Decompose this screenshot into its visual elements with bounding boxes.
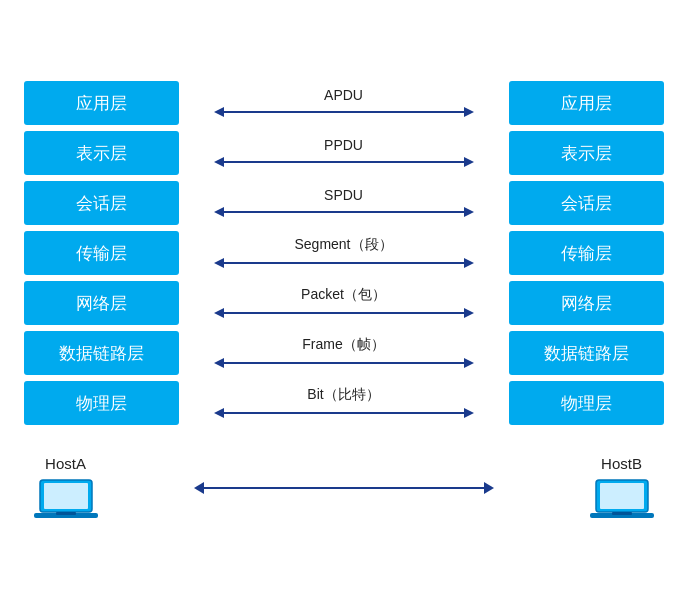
arrow-area-network: Packet（包）: [179, 281, 509, 325]
svg-rect-22: [44, 483, 88, 509]
layer-left-network: 网络层: [24, 281, 179, 325]
arrow-line-network: [179, 306, 509, 320]
arrow-line-application: [179, 105, 509, 119]
svg-marker-17: [464, 358, 474, 368]
arrow-line-datalink: [179, 356, 509, 370]
arrow-label-datalink: Frame（帧）: [302, 336, 384, 354]
arrow-label-physical: Bit（比特）: [307, 386, 379, 404]
svg-marker-9: [214, 258, 224, 268]
svg-marker-15: [214, 358, 224, 368]
svg-marker-5: [464, 157, 474, 167]
svg-marker-6: [214, 207, 224, 217]
host-b-block: HostB: [590, 455, 654, 520]
layer-row-network: 网络层 Packet（包） 网络层: [24, 281, 664, 325]
svg-marker-14: [464, 308, 474, 318]
arrow-area-session: SPDU: [179, 181, 509, 225]
bottom-arrow-svg: [118, 478, 570, 498]
hosts-section: HostA HostB: [24, 455, 664, 520]
svg-marker-18: [214, 408, 224, 418]
layer-right-transport: 传输层: [509, 231, 664, 275]
arrow-line-session: [179, 205, 509, 219]
host-a-block: HostA: [34, 455, 98, 520]
svg-marker-25: [194, 482, 204, 494]
svg-marker-3: [214, 157, 224, 167]
arrow-area-physical: Bit（比特）: [179, 381, 509, 425]
host-b-label: HostB: [601, 455, 642, 472]
layer-right-presentation: 表示层: [509, 131, 664, 175]
layer-right-session: 会话层: [509, 181, 664, 225]
arrow-label-session: SPDU: [324, 187, 363, 203]
arrow-label-presentation: PPDU: [324, 137, 363, 153]
layer-row-physical: 物理层 Bit（比特） 物理层: [24, 381, 664, 425]
svg-marker-12: [214, 308, 224, 318]
svg-rect-29: [600, 483, 644, 509]
layer-left-application: 应用层: [24, 81, 179, 125]
layer-left-datalink: 数据链路层: [24, 331, 179, 375]
layer-right-application: 应用层: [509, 81, 664, 125]
layer-row-datalink: 数据链路层 Frame（帧） 数据链路层: [24, 331, 664, 375]
arrow-area-transport: Segment（段）: [179, 231, 509, 275]
laptop-b-icon: [590, 476, 654, 520]
arrow-line-transport: [179, 256, 509, 270]
layer-left-transport: 传输层: [24, 231, 179, 275]
osi-diagram: 应用层 APDU 应用层 表示层 PPDU: [14, 61, 674, 540]
svg-rect-31: [612, 512, 632, 515]
host-a-label: HostA: [45, 455, 86, 472]
arrow-label-network: Packet（包）: [301, 286, 386, 304]
arrow-label-application: APDU: [324, 87, 363, 103]
arrow-area-application: APDU: [179, 81, 509, 125]
laptop-a-icon: [34, 476, 98, 520]
layers-container: 应用层 APDU 应用层 表示层 PPDU: [24, 81, 664, 425]
layer-right-physical: 物理层: [509, 381, 664, 425]
svg-marker-11: [464, 258, 474, 268]
bottom-arrow-area: [98, 478, 590, 498]
layer-left-presentation: 表示层: [24, 131, 179, 175]
layer-left-physical: 物理层: [24, 381, 179, 425]
arrow-area-presentation: PPDU: [179, 131, 509, 175]
arrow-area-datalink: Frame（帧）: [179, 331, 509, 375]
layer-row-session: 会话层 SPDU 会话层: [24, 181, 664, 225]
arrow-line-presentation: [179, 155, 509, 169]
svg-marker-8: [464, 207, 474, 217]
layer-left-session: 会话层: [24, 181, 179, 225]
layer-right-network: 网络层: [509, 281, 664, 325]
layer-right-datalink: 数据链路层: [509, 331, 664, 375]
svg-marker-20: [464, 408, 474, 418]
arrow-label-transport: Segment（段）: [294, 236, 392, 254]
svg-marker-27: [484, 482, 494, 494]
arrow-line-physical: [179, 406, 509, 420]
svg-marker-2: [464, 107, 474, 117]
svg-rect-24: [56, 512, 76, 515]
layer-row-application: 应用层 APDU 应用层: [24, 81, 664, 125]
layer-row-presentation: 表示层 PPDU 表示层: [24, 131, 664, 175]
svg-marker-0: [214, 107, 224, 117]
layer-row-transport: 传输层 Segment（段） 传输层: [24, 231, 664, 275]
